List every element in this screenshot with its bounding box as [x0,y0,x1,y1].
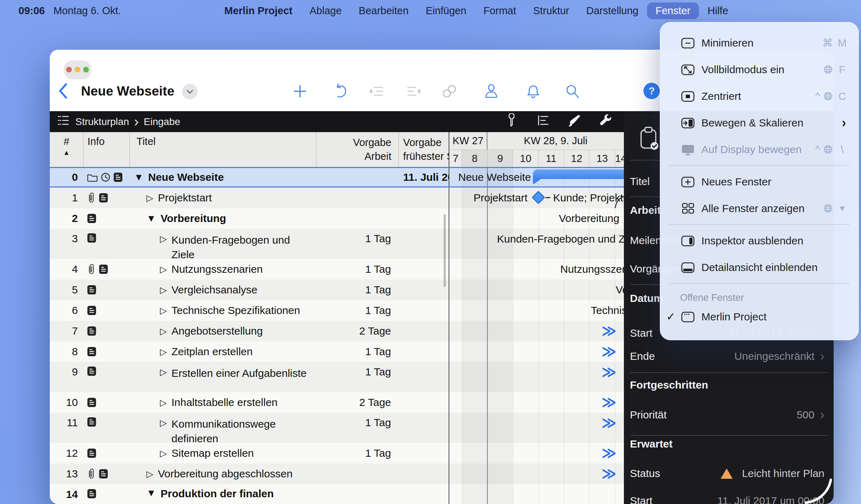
help-button[interactable]: ? [643,83,660,99]
column-header-info[interactable]: Info [84,132,130,167]
style-button[interactable] [567,113,581,130]
clipboard-check-icon[interactable] [637,126,659,153]
disclosure-collapsed-icon[interactable]: ▷ [160,264,167,275]
add-item-button[interactable] [292,83,309,100]
gantt-summary-bar[interactable] [533,169,624,179]
note-icon [87,326,97,336]
menu-hilfe[interactable]: Hilfe [699,2,737,19]
back-icon[interactable] [58,82,68,101]
breadcrumb-view[interactable]: Strukturplan [75,116,129,128]
outdent-button[interactable] [368,83,385,100]
table-row-vergleichsanalyse[interactable]: 5 ▷ Vergleichsanalyse 1 Tag Vergleichsan… [50,280,624,300]
table-row-produktion[interactable]: 14 ▼ Produktion der finalen [50,484,624,504]
breadcrumb-tab[interactable]: Eingabe [144,116,180,128]
menu-darstellung[interactable]: Darstellung [578,2,647,19]
menu-einfuegen[interactable]: Einfügen [417,2,475,19]
gantt-offscreen-right-icon[interactable]: ≫ [601,445,616,461]
gantt-offscreen-right-icon[interactable]: ≫ [601,343,616,359]
row-title: Angebotserstellung [171,325,263,337]
disclosure-collapsed-icon[interactable]: ▷ [160,347,167,357]
menu-ablage[interactable]: Ablage [301,2,350,19]
menu-item-minimieren[interactable]: Minimieren ⌘M [660,29,859,56]
gantt-timescale-header[interactable]: KW 27 KW 28, 9. Juli 7 8 9 10 11 12 13 1… [449,132,624,167]
disclosure-collapsed-icon[interactable]: ▷ [160,285,167,295]
menu-item-zentriert[interactable]: Zentriert ^ C [660,83,859,109]
table-row-nutzungsszenarien[interactable]: 4 ▷ Nutzungsszenarien 1 Tag Nutzungsszen… [50,259,624,280]
title-dropdown-button[interactable] [182,84,198,99]
gantt-day-weekend: 9 [488,150,513,167]
note-icon [87,233,97,243]
disclosure-collapsed-icon[interactable]: ▷ [160,305,167,316]
disclosure-collapsed-icon[interactable]: ▷ [160,417,167,429]
globe-key-icon [823,204,833,213]
minimize-window-button[interactable] [75,67,80,72]
close-window-button[interactable] [66,67,72,72]
menu-item-alle-fenster-anzeigen[interactable]: Alle Fenster anzeigen ▼ [660,195,859,222]
gantt-offscreen-right-icon[interactable]: ≫ [601,364,616,380]
menu-separator [660,163,859,168]
gantt-offscreen-right-icon[interactable]: ≫ [601,323,616,339]
table-row-project[interactable]: 0 ▼ Neue Webseite 11. Juli 20 Neue Webse… [50,167,624,188]
gantt-offscreen-right-icon[interactable]: ≫ [601,414,616,431]
menu-struktur[interactable]: Struktur [525,2,578,19]
gantt-day: 13 [589,150,615,167]
menu-app-name[interactable]: Merlin Project [216,2,301,19]
table-row-projektstart[interactable]: 1 ▷ Projektstart Projektstart Kunde; Pro… [50,188,624,208]
menu-format[interactable]: Format [475,2,525,19]
indent-button[interactable] [405,83,422,100]
table-row-vorbereitung[interactable]: 2 ▼ Vorbereitung Vorbereitung [50,208,624,229]
inspector-row-prioritaet[interactable]: Priorität 500 › [630,404,824,426]
menu-item-vollbildmodus[interactable]: Vollbildmodus ein F [660,56,859,83]
column-header-earliest-start[interactable]: Vorgabefrühester S [399,132,449,167]
disclosure-expanded-icon[interactable]: ▼ [146,213,156,224]
menu-item-merlin-project-window[interactable]: ✓ Merlin Project [660,303,859,330]
table-row-inhaltstabelle[interactable]: 10 ▷ Inhaltstabelle erstellen 2 Tage ≫ [50,392,624,413]
search-button[interactable] [564,83,581,100]
column-header-work[interactable]: VorgabeArbeit [316,132,399,167]
settings-button[interactable] [598,113,613,130]
table-row-vorbereitung-abgeschlossen[interactable]: 13 ▷ Vorbereitung abgeschlossen ≫ [50,464,624,484]
disclosure-collapsed-icon[interactable]: ▷ [146,469,153,479]
table-row-aufgabenliste[interactable]: 9 ▷ Erstellen einer Aufgabenliste 1 Tag … [50,362,624,392]
filter-button[interactable] [504,113,519,130]
view-options-icon [536,113,550,128]
menu-item-bewegen-skalieren[interactable]: Bewegen & Skalieren › [660,109,859,136]
table-row-kommunikationswege[interactable]: 11 ▷ Kommunikationswege definieren 1 Tag… [50,413,624,443]
table-scrollbar-thumb[interactable] [444,214,446,287]
page-curl-control[interactable] [802,477,833,504]
menu-item-inspektor-ausblenden[interactable]: Inspektor ausblenden [660,227,859,254]
column-header-title[interactable]: Titel [130,132,316,167]
zoom-window-button[interactable] [83,67,89,72]
gantt-offscreen-right-icon[interactable]: ≫ [601,394,616,410]
disclosure-collapsed-icon[interactable]: ▷ [160,397,167,408]
table-row-sitemap[interactable]: 12 ▷ Sitemap erstellen 1 Tag ≫ [50,443,624,464]
table-row-zeitplan-erstellen[interactable]: 8 ▷ Zeitplan erstellen 1 Tag ≫ [50,341,624,362]
table-row-kundenfragebogen[interactable]: 3 ▷ Kunden-Fragebogen und Ziele 1 Tag Ku… [50,229,624,259]
menu-item-detailansicht-einblenden[interactable]: Detailansicht einblenden [660,254,859,281]
menu-fenster[interactable]: Fenster [647,2,699,19]
inspector-row-ende[interactable]: Ende Uneingeschränkt › [630,346,824,367]
disclosure-collapsed-icon[interactable]: ▷ [146,193,153,203]
disclosure-expanded-icon[interactable]: ▼ [134,172,144,183]
gantt-bar-label: Vorbereitung [559,212,619,224]
link-tasks-button[interactable] [441,83,458,100]
table-row-angebotserstellung[interactable]: 7 ▷ Angebotserstellung 2 Tage ≫ [50,321,624,341]
inspector-row-start-expected[interactable]: Start 11. Juli 2017 um 00:00 [630,490,824,504]
column-header-number[interactable]: # ▲ [50,132,84,167]
disclosure-expanded-icon[interactable]: ▼ [146,488,156,499]
disclosure-collapsed-icon[interactable]: ▷ [160,366,167,378]
resources-button[interactable] [483,83,500,100]
menu-item-neues-fenster[interactable]: Neues Fenster [660,168,859,195]
disclosure-collapsed-icon[interactable]: ▷ [160,233,167,245]
disclosure-collapsed-icon[interactable]: ▷ [160,326,167,336]
row-title: Vorbereitung abgeschlossen [158,468,293,480]
table-row-technische-spezifikationen[interactable]: 6 ▷ Technische Spezifikationen 1 Tag Tec… [50,300,624,321]
gantt-milestone-diamond[interactable] [531,191,545,204]
undo-button[interactable] [331,83,348,100]
note-icon [87,346,97,357]
view-options-button[interactable] [536,113,550,130]
menu-bearbeiten[interactable]: Bearbeiten [350,2,417,19]
notifications-button[interactable] [525,83,542,100]
gantt-offscreen-right-icon[interactable]: ≫ [601,465,616,482]
disclosure-collapsed-icon[interactable]: ▷ [160,448,167,459]
